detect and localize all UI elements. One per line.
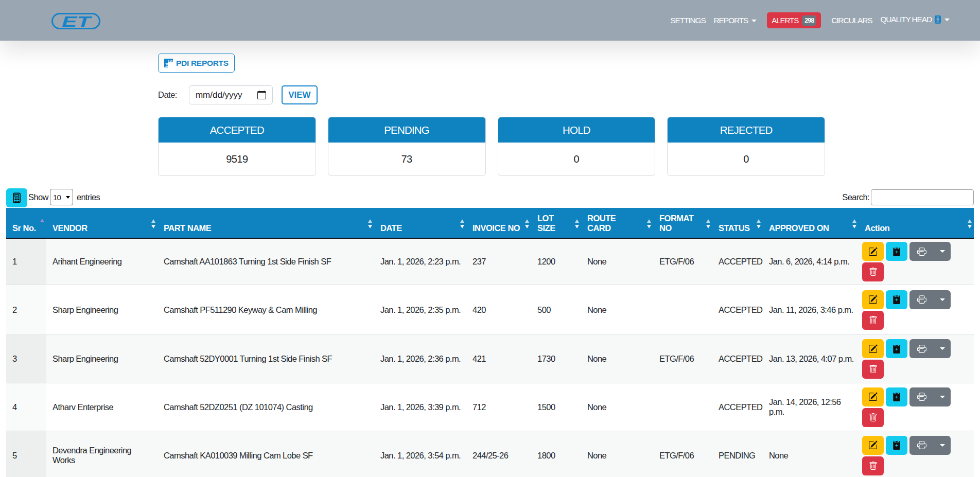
svg-text:ET: ET — [62, 13, 93, 29]
